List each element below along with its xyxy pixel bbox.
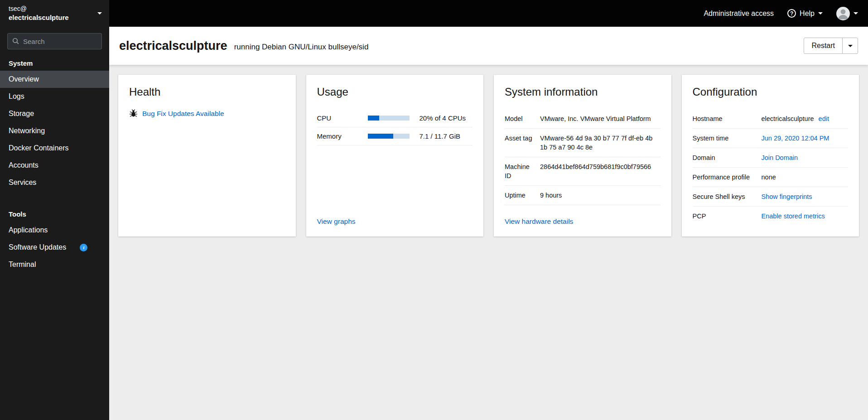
view-hardware-details-link[interactable]: View hardware details [505,217,573,225]
table-row: Performance profile none [693,168,849,187]
bug-fix-updates-link[interactable]: Bug Fix Updates Available [142,110,224,118]
table-row: Asset tag VMware-56 4d 9a 30 b7 77 7f df… [505,129,661,157]
cpu-progress-fill [368,116,380,121]
overview-content: Health [109,65,868,420]
performance-profile-label: Performance profile [693,173,762,182]
health-card: Health [118,75,296,237]
restart-button[interactable]: Restart [804,38,842,53]
sidebar-item-label: Services [9,179,36,187]
machine-id-label: Machine ID [505,162,540,180]
chevron-down-icon [97,12,102,14]
table-row: Uptime 9 hours [505,186,661,205]
table-row: Hostname electricalsculpture edit [693,109,849,129]
enable-stored-metrics-link[interactable]: Enable stored metrics [762,212,825,220]
administrative-access-button[interactable]: Administrative access [704,10,774,18]
hostname-row-value: electricalsculpture edit [762,114,849,123]
chevron-down-icon [818,12,823,14]
sidebar-item-overview[interactable]: Overview [0,71,109,88]
model-label: Model [505,114,540,123]
secure-shell-keys-label: Secure Shell keys [693,192,762,201]
avatar [836,7,850,20]
machine-id-value: 2864d41bef864d759b681f9c0bf79566 [540,162,661,180]
sidebar-item-accounts[interactable]: Accounts [0,157,109,174]
pcp-label: PCP [693,212,762,221]
cpu-usage-value: 20% of 4 CPUs [420,114,466,122]
hostname-label: electricalsculpture [9,13,97,22]
system-info-card-footer: View hardware details [505,208,661,226]
sidebar-item-label: Software Updates [9,243,66,251]
system-time-label: System time [693,134,762,143]
sidebar-item-applications[interactable]: Applications [0,222,109,239]
sidebar-item-services[interactable]: Services [0,174,109,191]
session-menu-button[interactable] [836,7,858,20]
model-value: VMware, Inc. VMware Virtual Platform [540,114,661,123]
administrative-access-label: Administrative access [704,10,774,18]
table-row: PCP Enable stored metrics [693,207,849,226]
page-header: electricalsculpture running Debian GNU/L… [109,27,868,65]
info-icon: i [80,244,87,251]
nav-section-system: System [0,52,109,71]
sidebar: tsec@ electricalsculpture System Overvie… [0,0,109,420]
memory-progress-bar [368,134,410,139]
system-info-card-title: System information [505,86,661,98]
search-input[interactable] [7,33,102,49]
sidebar-item-label: Overview [9,75,39,83]
sidebar-item-software-updates[interactable]: Software Updates i [0,239,109,256]
sidebar-item-logs[interactable]: Logs [0,88,109,105]
edit-hostname-link[interactable]: edit [819,115,829,122]
sidebar-item-label: Docker Containers [9,144,69,152]
hostname-row-label: Hostname [693,114,762,123]
main-area: Administrative access ? Help electricals… [109,0,868,420]
usage-card-title: Usage [317,86,473,98]
configuration-card-title: Configuration [693,86,849,98]
sidebar-item-label: Logs [9,92,24,101]
join-domain-link[interactable]: Join Domain [762,154,798,161]
asset-tag-value: VMware-56 4d 9a 30 b7 77 7f df-eb 4b 1b … [540,134,661,152]
table-row: Model VMware, Inc. VMware Virtual Platfo… [505,109,661,129]
host-switcher-menu[interactable]: tsec@ electricalsculpture [0,0,109,27]
sidebar-item-label: Applications [9,226,48,234]
memory-progress-fill [368,134,393,139]
usage-card: Usage CPU 20% of 4 CPUs Memory 7.1 / 11.… [306,75,484,237]
sidebar-item-terminal[interactable]: Terminal [0,256,109,273]
help-menu-button[interactable]: ? Help [787,9,823,18]
pcp-value: Enable stored metrics [762,212,849,221]
sidebar-item-storage[interactable]: Storage [0,105,109,122]
restart-label: Restart [811,42,835,50]
cpu-label: CPU [317,114,368,122]
chevron-down-icon [854,12,858,14]
view-graphs-link[interactable]: View graphs [317,217,356,225]
sidebar-item-docker-containers[interactable]: Docker Containers [0,140,109,157]
restart-dropdown-toggle[interactable] [842,38,858,53]
memory-usage-value: 7.1 / 11.7 GiB [420,132,461,140]
show-fingerprints-link[interactable]: Show fingerprints [762,193,812,200]
domain-label: Domain [693,153,762,162]
os-subtitle: running Debian GNU/Linux bullseye/sid [234,40,369,52]
table-row: Domain Join Domain [693,148,849,168]
search-icon [12,37,19,45]
uptime-value: 9 hours [540,191,661,200]
restart-split-button: Restart [804,38,858,54]
system-info-card: System information Model VMware, Inc. VM… [494,75,671,237]
configuration-card: Configuration Hostname electricalsculptu… [682,75,859,237]
domain-value: Join Domain [762,153,849,162]
table-row: Secure Shell keys Show fingerprints [693,187,849,207]
topbar: Administrative access ? Help [109,0,868,27]
uptime-label: Uptime [505,191,540,200]
sidebar-item-label: Accounts [9,161,39,169]
help-label: Help [800,10,815,18]
health-card-title: Health [129,86,285,98]
chevron-down-icon [848,45,853,47]
cpu-progress-bar [368,116,410,121]
sidebar-item-networking[interactable]: Networking [0,122,109,140]
performance-profile-value: none [762,173,849,182]
system-time-link[interactable]: Jun 29, 2020 12:04 PM [762,135,829,142]
hostname-value-text: electricalsculpture [762,115,814,122]
secure-shell-keys-value: Show fingerprints [762,192,849,201]
table-row: System time Jun 29, 2020 12:04 PM [693,129,849,148]
help-icon: ? [787,9,796,18]
sidebar-search [7,33,102,49]
memory-usage-row: Memory 7.1 / 11.7 GiB [317,127,473,145]
health-update-item: Bug Fix Updates Available [129,109,285,118]
usage-card-footer: View graphs [317,208,473,226]
